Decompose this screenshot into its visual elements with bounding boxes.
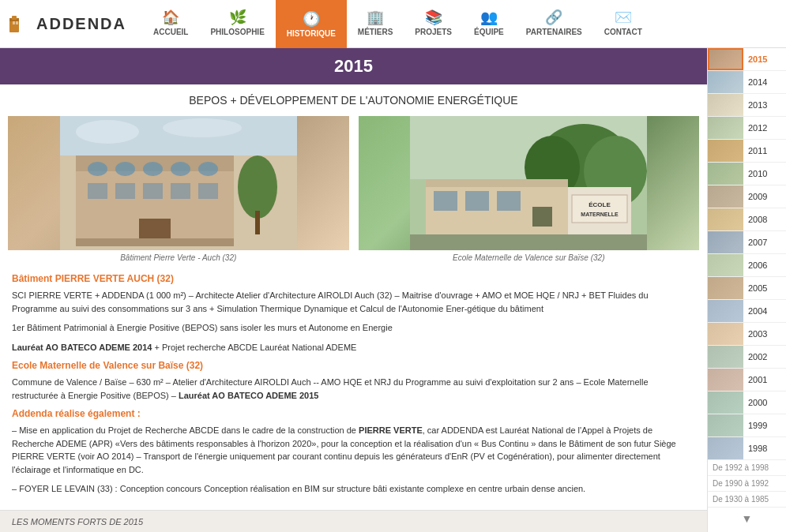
year-item-1930-1985[interactable]: De 1930 à 1985 xyxy=(708,492,786,508)
svg-rect-12 xyxy=(198,162,218,176)
year-thumb-2008 xyxy=(708,208,743,230)
section2-title: Ecole Maternelle de Valence sur Baïse (3… xyxy=(12,360,695,371)
svg-point-20 xyxy=(238,155,277,219)
mail-icon: ✉️ xyxy=(615,9,632,26)
year-item-2004[interactable]: 2004 xyxy=(708,300,786,323)
year-label-2001: 2001 xyxy=(743,372,786,388)
nav-equipe[interactable]: 👥 ÉQUIPE xyxy=(463,0,515,48)
home-icon: 🏠 xyxy=(162,9,179,26)
image-right-placeholder: ÉCOLE MATERNELLE xyxy=(359,116,700,250)
nav-projets[interactable]: 📚 PROJETS xyxy=(404,0,463,48)
les-moments[interactable]: LES MOMENTS FORTS DE 2015 xyxy=(0,510,707,533)
year-item-2012[interactable]: 2012 xyxy=(708,117,786,140)
year-item-1998[interactable]: 1998 xyxy=(708,437,786,460)
year-label-2000: 2000 xyxy=(743,395,786,410)
image-left: Bâtiment Pierre Verte - Auch (32) xyxy=(8,116,349,265)
images-row: Bâtiment Pierre Verte - Auch (32) xyxy=(0,116,707,265)
svg-point-24 xyxy=(163,118,242,137)
year-sidebar: 2015 2014 2013 2012 2011 2010 xyxy=(707,48,786,532)
svg-rect-8 xyxy=(88,162,107,176)
leaf-icon: 🌿 xyxy=(229,9,246,26)
year-item-2001[interactable]: 2001 xyxy=(708,369,786,392)
clock-icon: 🕐 xyxy=(303,10,320,28)
year-thumb-2012 xyxy=(708,117,743,139)
nav-historique[interactable]: 🕐 HISTORIQUE xyxy=(276,0,347,48)
section1-title: Bâtiment PIERRE VERTE AUCH (32) xyxy=(12,273,695,284)
sidebar-scroll-down[interactable]: ▼ xyxy=(708,508,786,530)
year-item-2003[interactable]: 2003 xyxy=(708,323,786,346)
year-label-2002: 2002 xyxy=(743,349,786,365)
year-label-2011: 2011 xyxy=(743,143,786,159)
year-label-2013: 2013 xyxy=(743,97,786,113)
image-right: ÉCOLE MATERNELLE Ecole Maternelle de Val… xyxy=(359,116,700,265)
nav-metiers[interactable]: 🏢 MÉTIERS xyxy=(347,0,404,48)
year-item-2011[interactable]: 2011 xyxy=(708,140,786,163)
year-label-2014: 2014 xyxy=(743,74,786,90)
year-item-2014[interactable]: 2014 xyxy=(708,71,786,94)
svg-rect-40 xyxy=(410,234,647,250)
nav-partenaires[interactable]: 🔗 PARTENAIRES xyxy=(515,0,593,48)
year-label-1990-1992: De 1990 à 1992 xyxy=(708,476,786,491)
year-thumb-2009 xyxy=(708,185,743,208)
section1-text: SCI PIERRE VERTE + ADDENDA (1 000 m²) – … xyxy=(12,289,695,315)
header: ADDENDA 🏠 ACCUEIL 🌿 PHILOSOPHIE 🕐 HISTOR… xyxy=(0,0,786,48)
year-item-2009[interactable]: 2009 xyxy=(708,185,786,208)
year-thumb-2005 xyxy=(708,277,743,299)
year-thumb-2006 xyxy=(708,254,743,276)
building-image-left xyxy=(60,116,297,250)
year-label-1930-1985: De 1930 à 1985 xyxy=(708,492,786,507)
nav-philosophie[interactable]: 🌿 PHILOSOPHIE xyxy=(199,0,275,48)
year-label-2012: 2012 xyxy=(743,120,786,136)
year-item-2010[interactable]: 2010 xyxy=(708,163,786,185)
image-left-caption: Bâtiment Pierre Verte - Auch (32) xyxy=(8,250,349,265)
content-area: 2015 BEPOS + DÉVELOPPEMENT DE L'AUTONOMI… xyxy=(0,48,707,532)
svg-rect-38 xyxy=(497,191,521,211)
svg-rect-39 xyxy=(532,207,552,227)
section1-bold1: 1er Bâtiment Patrimonial à Energie Posit… xyxy=(12,321,695,335)
svg-text:MATERNELLE: MATERNELLE xyxy=(581,212,619,217)
year-item-1999[interactable]: 1999 xyxy=(708,414,786,437)
svg-rect-15 xyxy=(143,183,163,199)
svg-rect-36 xyxy=(434,191,457,211)
year-item-2015[interactable]: 2015 xyxy=(708,48,786,71)
section3-text3: – FOYER LE LEVAIN (33) : Conception conc… xyxy=(12,482,695,496)
year-item-2005[interactable]: 2005 xyxy=(708,277,786,300)
year-item-2008[interactable]: 2008 xyxy=(708,208,786,231)
year-item-2006[interactable]: 2006 xyxy=(708,254,786,277)
svg-rect-33 xyxy=(572,195,627,223)
year-item-1992-1998[interactable]: De 1992 à 1998 xyxy=(708,460,786,476)
year-item-2013[interactable]: 2013 xyxy=(708,94,786,117)
svg-rect-21 xyxy=(255,211,260,234)
section2-text: Commune de Valence / Baïse – 630 m² – At… xyxy=(12,376,695,402)
year-thumb-2004 xyxy=(708,300,743,322)
year-label-1998: 1998 xyxy=(743,440,786,456)
year-thumb-2007 xyxy=(708,231,743,253)
year-label-2015: 2015 xyxy=(743,51,786,67)
logo[interactable]: ADDENDA xyxy=(8,12,126,36)
books-icon: 📚 xyxy=(425,9,442,26)
svg-rect-17 xyxy=(198,183,218,199)
year-item-1990-1992[interactable]: De 1990 à 1992 xyxy=(708,476,786,492)
section3-text1: – Mise en application du Projet de Reche… xyxy=(12,424,695,476)
year-label-2009: 2009 xyxy=(743,189,786,204)
nav-contact[interactable]: ✉️ CONTACT xyxy=(593,0,653,48)
image-right-caption: Ecole Maternelle de Valence sur Baïse (3… xyxy=(359,250,700,265)
svg-rect-37 xyxy=(465,191,489,211)
school-image-right: ÉCOLE MATERNELLE xyxy=(410,116,647,250)
year-item-2000[interactable]: 2000 xyxy=(708,392,786,414)
year-item-2002[interactable]: 2002 xyxy=(708,346,786,369)
section1-bold2: Lauréat AO BATECO ADEME 2014 + Projet re… xyxy=(12,341,695,354)
svg-rect-3 xyxy=(13,21,15,24)
year-thumb-1998 xyxy=(708,437,743,459)
text-content: Bâtiment PIERRE VERTE AUCH (32) SCI PIER… xyxy=(0,265,707,510)
svg-point-23 xyxy=(76,120,139,144)
svg-rect-31 xyxy=(426,179,568,187)
section3-title: Addenda réalise également : xyxy=(12,408,695,419)
svg-rect-4 xyxy=(16,21,18,24)
year-item-2007[interactable]: 2007 xyxy=(708,231,786,254)
year-list: 2015 2014 2013 2012 2011 2010 xyxy=(708,48,786,508)
svg-rect-10 xyxy=(143,162,163,176)
year-label-2010: 2010 xyxy=(743,166,786,182)
nav-accueil[interactable]: 🏠 ACCUEIL xyxy=(142,0,199,48)
year-label-2003: 2003 xyxy=(743,326,786,342)
